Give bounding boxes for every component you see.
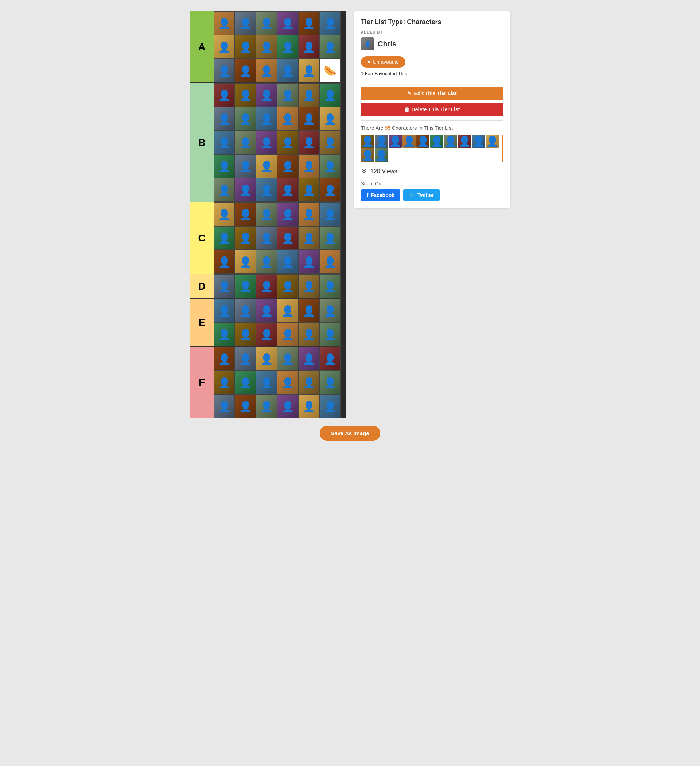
tier-images-c <box>213 203 346 274</box>
chars-count-num: 95 <box>385 125 390 131</box>
char-cell <box>298 203 319 226</box>
char-cell <box>298 83 319 107</box>
views-row: 👁 120 Views <box>361 168 503 175</box>
delete-btn-label: Delete This Tier List <box>412 106 460 112</box>
tier-images-e <box>213 299 346 346</box>
char-cell <box>213 131 235 154</box>
char-cell <box>319 35 341 59</box>
char-cell <box>298 59 319 82</box>
char-cell <box>298 394 319 418</box>
chars-count: There Are 95 Characters In This Tier Lis… <box>361 125 503 131</box>
char-cell <box>235 131 256 154</box>
tier-images-a: 🌭 <box>213 11 346 82</box>
heart-icon: ♥ <box>368 59 370 65</box>
preview-thumb <box>389 135 402 148</box>
fav-text-2: Favourited This <box>374 71 407 76</box>
char-cell <box>277 131 298 154</box>
avatar-icon: 👤 <box>365 41 371 47</box>
char-cell <box>235 203 256 226</box>
char-cell <box>213 83 235 107</box>
char-cell <box>319 83 341 107</box>
preview-thumb <box>361 149 374 161</box>
tier-list-type: Tier List Type: Characters <box>361 18 503 26</box>
avatar: 👤 <box>361 37 374 50</box>
sidebar: Tier List Type: Characters ADDED BY 👤 Ch… <box>354 11 510 208</box>
preview-thumb <box>375 135 388 148</box>
char-cell <box>277 35 298 59</box>
char-cell <box>298 370 319 394</box>
char-cell <box>298 323 319 346</box>
char-cell <box>256 370 277 394</box>
delete-tier-list-button[interactable]: 🗑 Delete This Tier List <box>361 103 503 116</box>
preview-thumb <box>444 135 457 148</box>
author-row: 👤 Chris <box>361 37 503 50</box>
char-cell <box>235 323 256 346</box>
char-cell <box>277 83 298 107</box>
char-cell <box>213 226 235 250</box>
tier-images-b <box>213 83 346 202</box>
preview-thumb <box>430 135 443 148</box>
char-cell <box>277 370 298 394</box>
char-cell <box>319 299 341 323</box>
save-as-image-button[interactable]: Save As Image <box>320 426 380 441</box>
tier-label-b: B <box>190 83 213 202</box>
chars-count-pre: There Are <box>361 125 385 131</box>
char-cell <box>213 11 235 35</box>
char-cell <box>235 347 256 370</box>
tier-row-c: C <box>190 202 346 274</box>
views-count: 120 Views <box>370 168 397 175</box>
preview-thumb <box>375 149 388 161</box>
char-cell <box>298 250 319 274</box>
char-cell <box>277 154 298 178</box>
char-cell <box>277 299 298 323</box>
main-container: A 🌭 <box>190 11 510 418</box>
char-cell <box>256 11 277 35</box>
facebook-button[interactable]: f Facebook <box>361 189 400 201</box>
fav-count: 1 Fan Favourited This <box>361 71 503 76</box>
char-cell <box>277 250 298 274</box>
preview-thumb <box>486 135 499 148</box>
char-cell <box>298 178 319 202</box>
char-cell <box>256 59 277 82</box>
char-cell <box>277 59 298 82</box>
char-cell <box>213 250 235 274</box>
char-cell <box>235 178 256 202</box>
char-cell <box>256 35 277 59</box>
added-by-label: ADDED BY <box>361 30 503 34</box>
twitter-icon: 🐦 <box>409 192 415 198</box>
char-cell <box>213 370 235 394</box>
char-cell <box>298 347 319 370</box>
edit-icon: ✎ <box>407 90 412 96</box>
char-cell <box>277 11 298 35</box>
tier-row-b: B <box>190 83 346 202</box>
char-cell <box>256 178 277 202</box>
tier-images-f <box>213 347 346 418</box>
twitter-button[interactable]: 🐦 Twitter <box>403 189 440 201</box>
char-cell <box>235 250 256 274</box>
preview-thumb <box>403 135 416 148</box>
char-cell <box>319 226 341 250</box>
char-cell <box>277 226 298 250</box>
char-cell <box>213 178 235 202</box>
eye-icon: 👁 <box>361 168 368 175</box>
edit-tier-list-button[interactable]: ✎ Edit This Tier List <box>361 87 503 100</box>
tier-row-f: F <box>190 347 346 418</box>
char-cell <box>213 154 235 178</box>
char-cell <box>319 347 341 370</box>
unfavourite-button[interactable]: ♥ Unfavourite <box>361 56 405 68</box>
char-cell <box>235 394 256 418</box>
char-cell <box>298 131 319 154</box>
chars-preview <box>361 135 503 161</box>
char-cell <box>319 131 341 154</box>
char-cell <box>256 226 277 250</box>
preview-thumb <box>458 135 471 148</box>
char-cell <box>298 299 319 323</box>
char-cell <box>235 11 256 35</box>
fav-count-link[interactable]: 1 Fan <box>361 71 373 76</box>
char-cell <box>319 107 341 131</box>
char-cell <box>235 83 256 107</box>
tier-label-f: F <box>190 347 213 418</box>
char-cell <box>256 107 277 131</box>
tier-label-a: A <box>190 11 213 82</box>
char-cell <box>213 394 235 418</box>
